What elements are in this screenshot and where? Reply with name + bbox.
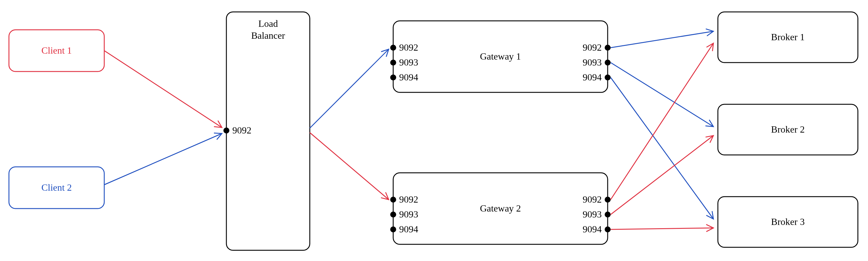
load-balancer-port-label: 9092 (232, 125, 251, 136)
gateway-2-out-port-2-label: 9093 (583, 209, 602, 220)
gateway-1-in-port-2-dot (390, 60, 396, 65)
gateway-1-out-port-1-label: 9092 (583, 42, 602, 53)
gateway-2-in-port-1-dot (390, 197, 396, 203)
gateway-2-in-port-3-dot (390, 227, 396, 232)
gateway-2-out-port-3-label: 9094 (583, 224, 602, 234)
arrow-gw2-p9094-to-b3 (611, 228, 713, 229)
arrow-lb-to-gw2 (310, 133, 389, 200)
arrow-client1-to-lb (104, 51, 222, 127)
load-balancer-port-dot (223, 127, 229, 134)
gateway-1-in-port-3-dot (390, 75, 396, 81)
arrow-gw1-p9094-to-b3 (611, 78, 713, 219)
load-balancer-label-2: Balancer (251, 30, 285, 41)
gateway-1-out-port-3-label: 9094 (583, 72, 602, 83)
gateway-1-out-port-2-dot (605, 60, 611, 65)
gateway-2-in-port-3-label: 9094 (399, 224, 418, 234)
arrow-gw1-p9092-to-b1 (611, 31, 713, 48)
gateway-1-out-port-2-label: 9093 (583, 57, 602, 68)
gateway-2-in-port-2-dot (390, 211, 396, 218)
client-1-label: Client 1 (41, 45, 72, 56)
load-balancer-label-1: Load (258, 18, 278, 29)
arrow-lb-to-gw1 (310, 49, 389, 128)
gateway-2-out-port-1-dot (605, 197, 611, 203)
gateway-1-label: Gateway 1 (480, 51, 521, 62)
gateway-1-in-port-1-label: 9092 (399, 42, 418, 53)
gateway-2-in-port-2-label: 9093 (399, 209, 418, 220)
client-2-label: Client 2 (41, 182, 72, 193)
arrow-gw2-p9092-to-b1 (611, 43, 713, 200)
gateway-1-in-port-3-label: 9094 (399, 72, 418, 83)
gateway-1-out-port-3-dot (605, 75, 611, 81)
gateway-1-out-port-1-dot (605, 45, 611, 51)
broker-2-label: Broker 2 (771, 124, 805, 135)
arrow-gw2-p9093-to-b2 (611, 136, 713, 214)
arrow-client2-to-lb (104, 134, 222, 185)
broker-1-label: Broker 1 (771, 32, 805, 42)
gateway-1-in-port-2-label: 9093 (399, 57, 418, 68)
gateway-2-out-port-1-label: 9092 (583, 194, 602, 205)
architecture-diagram: Client 1 Client 2 Load Balancer 9092 Gat… (0, 0, 868, 261)
gateway-2-in-port-1-label: 9092 (399, 194, 418, 205)
arrow-gw1-p9093-to-b2 (611, 63, 713, 127)
gateway-2-label: Gateway 2 (480, 203, 521, 214)
broker-3-label: Broker 3 (771, 216, 805, 227)
gateway-1-in-port-1-dot (390, 45, 396, 51)
gateway-2-out-port-3-dot (605, 227, 611, 232)
gateway-2-out-port-2-dot (605, 211, 611, 218)
